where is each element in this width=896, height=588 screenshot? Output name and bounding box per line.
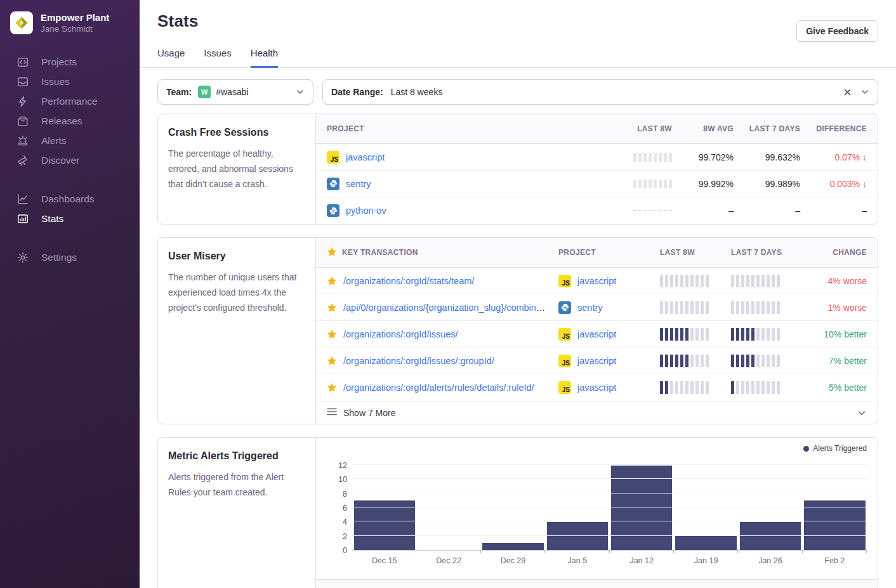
user-misery-row: /organizations/:orgId/issues/JSjavascrip… [316,321,878,348]
x-tick-label: Dec 22 [416,556,480,565]
tab-usage[interactable]: Usage [157,48,185,68]
project-link[interactable]: python-ov [346,206,386,216]
x-tick-label: Jan 26 [738,556,802,565]
project-link[interactable]: javascript [346,152,385,162]
sidebar-item-alerts[interactable]: Alerts [0,131,140,150]
nav-group-settings: Settings [0,247,140,267]
show-more-button[interactable]: Show 7 More [316,401,878,424]
sidebar-item-settings[interactable]: Settings [0,247,140,267]
y-tick-label: 2 [343,532,347,541]
y-tick-label: 6 [343,504,347,513]
crash-free-row: sentry99.992%99.989%0.003% ↓ [316,171,878,197]
last-7-days-sparkline [731,301,802,314]
nav-group-primary: ProjectsIssuesPerformanceReleasesAlertsD… [0,52,140,170]
user-misery-table-header: KEY TRANSACTION PROJECT LAST 8W LAST 7 D… [316,238,878,268]
last-7-days-value: – [734,206,800,216]
last-8w-sparkline [599,153,672,162]
team-select[interactable]: Team: W #wasabi [157,79,313,105]
project-link[interactable]: javascript [577,329,616,339]
date-range-value: Last 8 weeks [391,87,443,97]
x-tick-label: Dec 15 [352,556,416,565]
user-name: Jane Schmidt [41,23,109,34]
y-tick-label: 10 [338,475,347,484]
sidebar-item-stats[interactable]: Stats [0,209,140,228]
last-8w-sparkline [599,180,672,188]
star-icon[interactable] [327,276,343,286]
change-value: 5% better [802,382,867,393]
project-link[interactable]: javascript [577,356,616,366]
y-tick-label: 8 [343,490,347,499]
project-link[interactable]: sentry [346,179,371,189]
star-icon [327,247,337,259]
transaction-link[interactable]: /api/0/organizations/{organization_slug}… [343,303,550,313]
8w-avg-value: 99.992% [672,179,734,189]
user-misery-row: /organizations/:orgId/issues/:groupId/JS… [316,348,878,374]
sidebar-item-discover[interactable]: Discover [0,150,140,170]
last-8w-sparkline [660,275,731,287]
star-icon[interactable] [327,303,343,313]
clear-date-range-icon[interactable] [843,88,852,96]
tab-health[interactable]: Health [251,48,278,68]
org-switcher[interactable]: Empower Plant Jane Schmidt [0,0,140,43]
change-value: 10% better [802,329,867,339]
last-7-days-value: 99.989% [734,179,800,189]
chart-bar[interactable] [482,543,543,550]
chevron-down-icon[interactable] [857,408,867,418]
transaction-link[interactable]: /organizations/:orgId/alerts/rules/detai… [343,382,534,393]
sidebar-item-issues[interactable]: Issues [0,72,140,91]
javascript-platform-icon: JS [558,381,571,394]
panel-title: User Misery [168,251,305,262]
panel-title: Metric Alerts Triggered [168,450,305,462]
last-7-days-sparkline [731,275,802,287]
chart-bar[interactable] [740,522,801,550]
x-tick-label: Jan 19 [674,556,738,565]
chart-x-axis: Dec 15Dec 22Dec 29Jan 5Jan 12Jan 19Jan 2… [352,553,867,565]
star-icon[interactable] [327,356,343,366]
y-tick-label: 12 [338,461,347,470]
crash-free-sessions-panel: Crash Free Sessions The percentage of he… [157,114,878,225]
user-misery-row: /organizations/:orgId/stats/team/JSjavas… [316,268,878,294]
chart-bar[interactable] [675,536,736,550]
user-misery-row: /organizations/:orgId/alerts/rules/detai… [316,374,878,401]
give-feedback-button[interactable]: Give Feedback [796,20,878,42]
project-link[interactable]: javascript [577,382,616,393]
y-tick-label: 0 [343,546,347,555]
x-tick-label: Jan 5 [545,556,609,565]
sidebar-item-dashboards[interactable]: Dashboards [0,189,140,209]
transaction-link[interactable]: /organizations/:orgId/stats/team/ [343,276,474,286]
star-icon[interactable] [327,382,343,393]
stats-icon [17,213,29,225]
chart-bar[interactable] [547,522,608,550]
javascript-platform-icon: JS [558,328,571,341]
releases-icon [17,115,29,127]
difference-value: 0.07% ↓ [834,152,867,162]
change-value: 7% better [802,356,867,366]
8w-avg-value: 99.702% [672,152,734,162]
change-value: 4% worse [802,276,867,286]
last-8w-sparkline [599,210,672,211]
team-select-label: Team: [166,87,192,97]
transaction-link[interactable]: /organizations/:orgId/issues/:groupId/ [343,356,494,366]
project-link[interactable]: sentry [577,303,603,313]
chart-legend[interactable]: Alerts Triggered [803,444,867,453]
transaction-link[interactable]: /organizations/:orgId/issues/ [343,329,458,339]
difference-value: 0.003% ↓ [830,179,867,189]
chart-bar[interactable] [354,500,415,550]
performance-icon [17,96,29,107]
org-logo-icon [10,11,33,34]
panel-description: The number of unique users that experien… [168,270,305,315]
javascript-platform-icon: JS [327,151,339,164]
chart-y-axis: 024681012 [327,466,347,551]
date-range-select[interactable]: Date Range: Last 8 weeks [322,79,878,105]
sidebar-item-releases[interactable]: Releases [0,111,140,131]
chart-bar[interactable] [804,500,865,550]
sidebar-item-performance[interactable]: Performance [0,91,140,111]
sidebar-item-projects[interactable]: Projects [0,52,140,72]
star-icon[interactable] [327,329,343,339]
project-link[interactable]: javascript [577,276,616,286]
content: Team: W #wasabi Date Range: Last 8 weeks [140,68,896,588]
app-root: Empower Plant Jane Schmidt ProjectsIssue… [0,0,896,588]
python-platform-icon [327,178,339,190]
x-tick-label: Jan 12 [610,556,674,565]
tab-issues[interactable]: Issues [204,48,231,68]
